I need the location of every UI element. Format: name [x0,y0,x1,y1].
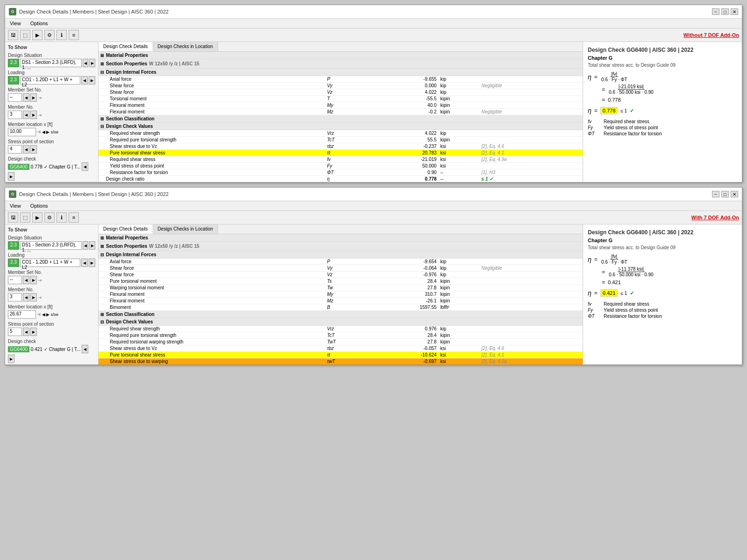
minimize-btn-2[interactable]: − [712,191,719,197]
ms-next-1[interactable]: ▶ [30,93,37,102]
tab-1-2[interactable]: Design Checks in Location [153,224,218,234]
force-name-1-2: Shear force [99,265,325,272]
material-header-1[interactable]: ⊞Material Properties [99,52,583,59]
loading-prev-2[interactable]: ◀ [81,259,88,267]
stress-point-value-2[interactable]: 5 [8,328,22,336]
legend-row-0-1: fv Required shear stress [588,119,737,124]
tool-copy-1[interactable]: ⬚ [20,30,30,40]
ms-prev-2[interactable]: ◀ [23,276,29,284]
maximize-btn-1[interactable]: □ [721,8,729,15]
dc-chapter-2[interactable]: Chapter G | T... [49,347,80,352]
section-header-2[interactable]: ⊞Section Properties W 12x50 /y /z | AISC… [99,242,583,251]
sp-prev-1[interactable]: ◀ [23,145,29,154]
menu-view-2[interactable]: View [8,202,23,210]
dc-next-1[interactable]: ▶ [8,172,14,181]
result-check-1: ✓ [630,108,634,114]
tool-info-1[interactable]: ℹ [56,30,67,40]
sp-prev-2[interactable]: ◀ [23,328,29,336]
loading-prev-1[interactable]: ◀ [81,76,88,84]
check-note-4-2: [2], Eq. 4.1 [479,352,583,358]
stress-point-value-1[interactable]: 4 [8,145,22,154]
location-value-2[interactable]: 26.67 [8,310,36,319]
dc-prev-1[interactable]: ◀ [82,162,88,171]
app-icon-2: ⚙ [9,190,16,198]
ds-next-2[interactable]: ▶ [89,241,95,250]
dc-chapter-1[interactable]: Chapter G | T... [49,164,80,169]
mn-next-2[interactable]: ▶ [30,293,37,301]
tool-help-2[interactable]: ≡ [69,212,79,223]
ds-prev-2[interactable]: ◀ [83,241,89,250]
minimize-btn-1[interactable]: − [712,8,719,15]
close-btn-2[interactable]: ✕ [731,191,738,197]
loading-next-2[interactable]: ▶ [89,259,95,267]
menu-view-1[interactable]: View [8,20,23,27]
forces-header-1[interactable]: ⊟Design Internal Forces [99,69,583,76]
ms-prev-1[interactable]: ◀ [23,93,29,102]
check-sym-0-1: Vrz [325,130,366,137]
ds-text-1[interactable]: DS1 - Section 2.3 (LRFD), 1. ... [20,59,82,67]
dc-next-2[interactable]: ▶ [8,355,14,363]
tool-copy-2[interactable]: ⬚ [20,212,30,223]
ms-icon-1: ⇥ [38,95,42,100]
tool-prev-1[interactable]: ▶ [32,30,42,40]
member-no-value-2[interactable]: 3 [8,293,22,301]
ds-prev-1[interactable]: ◀ [83,59,89,67]
check-values-header-1[interactable]: ⊟Design Check Values [99,123,583,130]
tab-0-2[interactable]: Design Check Details [99,224,153,234]
ms-next-2[interactable]: ▶ [30,276,37,284]
dc-prev-2[interactable]: ◀ [82,345,88,353]
force-row-3-1: Torsional moment T -55.5 kipin [99,96,583,102]
check-name-3-2: Shear stress due to Vz [99,345,325,352]
loading-text-1[interactable]: CO1 - 1.20D + L1 + W + L2 [20,76,80,84]
forces-header-2[interactable]: ⊟Design Internal Forces [99,251,583,259]
close-btn-1[interactable]: ✕ [731,8,738,15]
menu-options-2[interactable]: Options [28,202,50,210]
member-set-value-2[interactable]: -- [8,276,22,284]
tool-settings-2[interactable]: ⚙ [44,212,55,223]
loading-next-1[interactable]: ▶ [89,76,95,84]
mn-next-1[interactable]: ▶ [30,111,37,119]
tab-1-1[interactable]: Design Checks in Location [153,42,218,51]
force-unit-5-1: kipin [438,109,479,115]
mn-prev-1[interactable]: ◀ [23,111,29,119]
check-unit-5-1: ksi [438,163,479,169]
classification-header-1[interactable]: ⊞Section Classification [99,115,583,123]
menu-options-1[interactable]: Options [28,20,50,27]
material-header-2[interactable]: ⊞Material Properties [99,234,583,242]
ratio-val-1: 0.778 [366,176,438,182]
force-sym-6-2: Mz [325,298,366,304]
force-sym-5-1: Mz [325,109,366,115]
force-name-4-1: Flexural moment [99,102,325,109]
member-set-value-1[interactable]: -- [8,93,22,102]
check-val-4-2: -10.624 [366,352,438,358]
sp-next-2[interactable]: ▶ [30,328,37,336]
tool-prev-2[interactable]: ▶ [32,212,42,223]
classification-header-2[interactable]: ⊞Section Classification [99,311,583,318]
loading-text-2[interactable]: CO1 - 1.20D + L1 + W + L2 [20,259,80,267]
location-value-1[interactable]: 10.00 [8,128,36,136]
check-val-2-1: -0.237 [366,143,438,150]
section-info-2: W 12x50 /y /z | AISC 15 [147,243,201,250]
ds-next-1[interactable]: ▶ [89,59,95,67]
mn-prev-2[interactable]: ◀ [23,293,29,301]
design-check-label-1: Design check [8,156,95,161]
addin-link-1[interactable]: Without 7 DOF Add-On [684,32,739,38]
tool-save-2[interactable]: 🖫 [8,212,18,223]
ds-text-2[interactable]: DS1 - Section 2.3 (LRFD), 1. ... [20,241,82,250]
tab-0-1[interactable]: Design Check Details [99,42,153,51]
addin-link-2[interactable]: With 7 DOF Add-On [691,215,739,220]
member-no-label-2: Member No. [8,287,95,292]
ratio-table-1: Design check ratio η 0.778 -- ≤ 1 ✓ [99,176,583,182]
tool-settings-1[interactable]: ⚙ [44,30,55,40]
tool-save-1[interactable]: 🖫 [8,30,18,40]
maximize-btn-2[interactable]: □ [721,191,729,197]
tool-info-2[interactable]: ℹ [56,212,67,223]
check-values-header-2[interactable]: ⊟Design Check Values [99,318,583,326]
sp-next-1[interactable]: ▶ [30,145,37,154]
formula-num-2: |fv| [610,254,618,259]
eta-sym-1: η [588,73,592,81]
window-title-1: Design Check Details | Members | Steel D… [19,9,169,14]
tool-help-1[interactable]: ≡ [69,30,79,40]
member-no-value-1[interactable]: 3 [8,111,22,119]
section-header-1[interactable]: ⊞Section Properties W 12x50 /y /z | AISC… [99,59,583,69]
